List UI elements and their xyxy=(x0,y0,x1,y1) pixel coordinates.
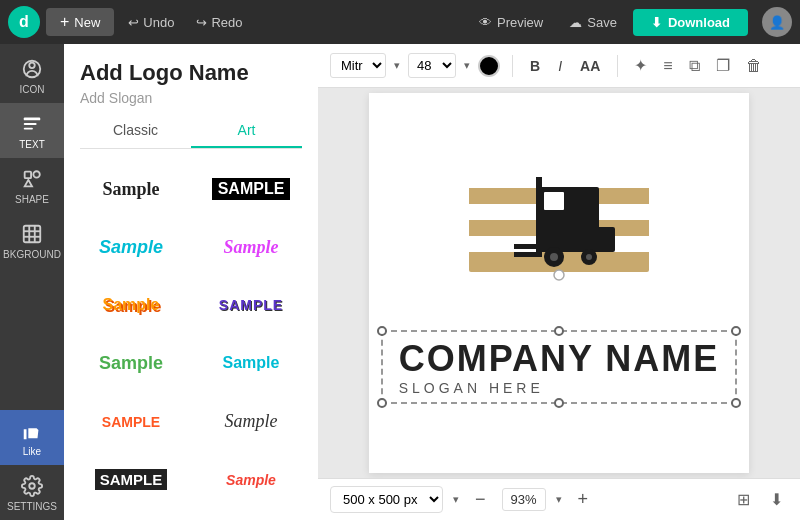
handle-bc[interactable] xyxy=(554,398,564,408)
logo-header: Add Logo Name Add Slogan Classic Art xyxy=(64,44,318,157)
style-item-6[interactable]: SAMPLE xyxy=(194,283,308,327)
layers-button[interactable]: ⧉ xyxy=(685,55,704,77)
svg-rect-5 xyxy=(25,172,31,178)
caps-button[interactable]: AA xyxy=(575,56,605,76)
svg-rect-20 xyxy=(536,177,542,252)
save-button[interactable]: ☁ Save xyxy=(559,11,627,34)
italic-button[interactable]: I xyxy=(553,56,567,76)
background-icon xyxy=(21,223,43,245)
svg-point-27 xyxy=(586,254,592,260)
shape-icon xyxy=(21,168,43,190)
style-tabs: Classic Art xyxy=(80,114,302,149)
handle-bl[interactable] xyxy=(377,398,387,408)
style-item-3[interactable]: Sample xyxy=(74,225,188,269)
style-item-5[interactable]: Sample xyxy=(74,283,188,327)
preview-button[interactable]: 👁 Preview xyxy=(469,11,553,34)
handle-br[interactable] xyxy=(731,398,741,408)
sidebar-item-like[interactable]: Like xyxy=(0,410,64,465)
style-item-10[interactable]: Sample xyxy=(194,400,308,444)
chevron-size-icon: ▾ xyxy=(464,59,470,72)
font-size-select[interactable]: 48 xyxy=(408,53,456,78)
style-label-3: Sample xyxy=(99,237,163,258)
divider-2 xyxy=(617,55,618,77)
slogan-text[interactable]: SLOGAN HERE xyxy=(399,380,720,396)
style-item-9[interactable]: SAMPLE xyxy=(74,400,188,444)
sidebar-item-icon[interactable]: ICON xyxy=(0,48,64,103)
style-item-8[interactable]: Sample xyxy=(194,341,308,385)
sidebar-item-settings[interactable]: SETTINGS xyxy=(0,465,64,520)
style-label-1: Sample xyxy=(102,179,159,200)
logo-image xyxy=(459,162,659,322)
svg-rect-15 xyxy=(469,172,649,188)
svg-rect-2 xyxy=(24,118,41,121)
delete-button[interactable]: 🗑 xyxy=(742,55,766,77)
tab-classic[interactable]: Classic xyxy=(80,114,191,148)
sidebar-item-background[interactable]: BKGROUND xyxy=(0,213,64,268)
left-panel: Add Logo Name Add Slogan Classic Art Sam… xyxy=(64,44,318,520)
style-item-12[interactable]: Sample xyxy=(194,458,308,502)
handle-tr[interactable] xyxy=(731,326,741,336)
font-select[interactable]: Mitr xyxy=(330,53,386,78)
align-button[interactable]: ⬇ xyxy=(765,488,788,511)
duplicate-button[interactable]: ❐ xyxy=(712,54,734,77)
zoom-in-button[interactable]: + xyxy=(572,487,595,512)
company-name-text[interactable]: COMPANY NAME xyxy=(399,338,720,380)
style-item-4[interactable]: Sample xyxy=(194,225,308,269)
redo-icon: ↪ xyxy=(196,15,207,30)
download-button[interactable]: ⬇ Download xyxy=(633,9,748,36)
undo-button[interactable]: ↩ Undo xyxy=(120,11,182,34)
zoom-out-button[interactable]: − xyxy=(469,487,492,512)
style-label-9: SAMPLE xyxy=(102,414,160,430)
new-button[interactable]: + New xyxy=(46,8,114,36)
save-icon: ☁ xyxy=(569,15,582,30)
grid-button[interactable]: ⊞ xyxy=(732,488,755,511)
main-area: ICON TEXT SHAPE BKGROUND Like xyxy=(0,44,800,520)
list-button[interactable]: ≡ xyxy=(659,55,676,77)
style-label-2: SAMPLE xyxy=(212,178,291,200)
style-label-6: SAMPLE xyxy=(219,297,283,313)
color-picker[interactable] xyxy=(478,55,500,77)
effects-button[interactable]: ✦ xyxy=(630,54,651,77)
canvas-workspace[interactable]: COMPANY NAME SLOGAN HERE xyxy=(318,88,800,478)
sidebar-item-shape[interactable]: SHAPE xyxy=(0,158,64,213)
sidebar-item-text[interactable]: TEXT xyxy=(0,103,64,158)
plus-icon: + xyxy=(60,13,69,31)
svg-rect-19 xyxy=(544,192,564,210)
tab-art[interactable]: Art xyxy=(191,114,302,148)
undo-icon: ↩ xyxy=(128,15,139,30)
svg-rect-3 xyxy=(24,123,37,125)
svg-rect-22 xyxy=(514,252,542,257)
svg-marker-7 xyxy=(25,180,32,186)
style-item-1[interactable]: Sample xyxy=(74,167,188,211)
handle-tc[interactable] xyxy=(554,326,564,336)
handle-tl[interactable] xyxy=(377,326,387,336)
style-item-7[interactable]: Sample xyxy=(74,341,188,385)
style-label-11: SAMPLE xyxy=(95,469,168,490)
logo-name-title[interactable]: Add Logo Name xyxy=(80,60,302,86)
eye-icon: 👁 xyxy=(479,15,492,30)
logo-slogan-label[interactable]: Add Slogan xyxy=(80,90,302,106)
chevron-size-icon: ▾ xyxy=(453,493,459,506)
style-item-11[interactable]: SAMPLE xyxy=(74,458,188,502)
text-selection-box[interactable]: COMPANY NAME SLOGAN HERE xyxy=(381,330,738,404)
sidebar: ICON TEXT SHAPE BKGROUND Like xyxy=(0,44,64,520)
style-label-8: Sample xyxy=(223,354,280,372)
redo-button[interactable]: ↪ Redo xyxy=(188,11,250,34)
app-logo: d xyxy=(8,6,40,38)
topbar: d + New ↩ Undo ↪ Redo 👁 Preview ☁ Save ⬇… xyxy=(0,0,800,44)
canvas-size-select[interactable]: 500 x 500 px xyxy=(330,486,443,513)
style-label-12: Sample xyxy=(226,472,276,488)
icon-icon xyxy=(21,58,43,80)
bold-button[interactable]: B xyxy=(525,56,545,76)
svg-point-25 xyxy=(550,253,558,261)
svg-point-13 xyxy=(29,483,35,489)
text-icon xyxy=(21,113,43,135)
text-toolbar: Mitr ▾ 48 ▾ B I AA ✦ ≡ ⧉ ❐ 🗑 xyxy=(318,44,800,88)
user-avatar[interactable]: 👤 xyxy=(762,7,792,37)
like-icon xyxy=(21,420,43,442)
chevron-zoom-icon: ▾ xyxy=(556,493,562,506)
style-label-7: Sample xyxy=(99,353,163,374)
style-item-2[interactable]: SAMPLE xyxy=(194,167,308,211)
style-label-4: Sample xyxy=(223,237,278,258)
style-label-5: Sample xyxy=(103,296,160,314)
